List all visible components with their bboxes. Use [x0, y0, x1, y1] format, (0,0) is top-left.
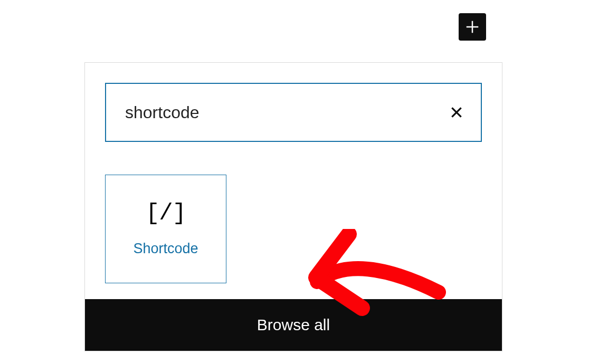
- shortcode-icon: [/]: [146, 202, 186, 225]
- svg-rect-1: [467, 26, 479, 28]
- browse-all-button[interactable]: Browse all: [85, 299, 502, 351]
- block-label: Shortcode: [133, 241, 198, 257]
- add-block-button[interactable]: [459, 13, 486, 41]
- clear-search-button[interactable]: [447, 103, 466, 122]
- search-input[interactable]: [125, 103, 447, 122]
- close-icon: [450, 106, 463, 119]
- search-box: [105, 83, 482, 142]
- search-results: [/] Shortcode: [105, 175, 482, 283]
- plus-icon: [464, 19, 480, 35]
- block-inserter-panel: [/] Shortcode Browse all: [84, 62, 502, 351]
- panel-body: [/] Shortcode: [85, 63, 502, 299]
- block-option-shortcode[interactable]: [/] Shortcode: [105, 175, 226, 283]
